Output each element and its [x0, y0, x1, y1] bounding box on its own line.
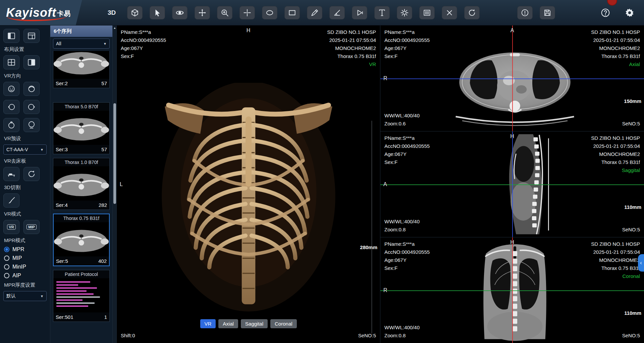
series-scrollbar[interactable]: ▲	[113, 25, 117, 343]
left-control-panel: 布局设置 VR方向	[0, 25, 50, 343]
scroll-up-arrow-icon[interactable]: ▲	[113, 26, 117, 30]
orientation-top-label: A	[511, 27, 514, 34]
pan-icon[interactable]	[195, 6, 210, 19]
vr-orient-right-icon[interactable]	[23, 100, 40, 114]
text-annotate-icon[interactable]	[374, 6, 390, 19]
layout-settings-title: 布局设置	[4, 46, 47, 53]
vr-orient-left-icon[interactable]	[3, 100, 19, 114]
series-item-ser4[interactable]: Thorax 1.0 B70f Ser:4 282	[53, 158, 110, 210]
radio-minip[interactable]: MinIP	[4, 264, 46, 270]
series-item-partial-wrap: Ser:2 57	[53, 51, 110, 99]
crosshair-vertical-red[interactable]	[512, 237, 513, 343]
reset-icon[interactable]	[464, 6, 480, 19]
study-datetime: 2025-01-21 07:55:04	[327, 36, 376, 44]
pointer-icon[interactable]	[150, 6, 165, 19]
crosshair-icon[interactable]	[239, 6, 255, 19]
radio-mip[interactable]: MIP	[4, 255, 46, 261]
clear-icon[interactable]	[442, 6, 457, 19]
series-number: Ser:5	[56, 258, 68, 264]
vr-mode-vr-icon[interactable]: VR	[3, 220, 19, 234]
notification-dot[interactable]	[607, 0, 617, 6]
series-desc: Thorax 0.75 B31f	[591, 158, 640, 166]
cine-play-icon[interactable]	[352, 6, 367, 19]
series-number: Ser:3	[56, 147, 68, 152]
series-item-ser501[interactable]: Patient Protocol	[53, 270, 110, 322]
view-type-label: Coronal	[591, 272, 640, 280]
study-info-overlay: SD ZIBO NO.1 HOSP 2025-01-21 07:55:04 MO…	[591, 134, 640, 174]
crosshair-vertical-blue[interactable]	[512, 131, 513, 237]
layout-preset-1-icon[interactable]	[3, 29, 19, 43]
rect-roi-icon[interactable]	[284, 6, 300, 19]
photometric: MONOCHROME2	[591, 150, 640, 158]
series-item-ser3[interactable]: Thorax 5.0 B70f Ser:3 57	[53, 102, 110, 154]
vr-orient-superior-icon[interactable]	[3, 118, 19, 132]
vr-orient-anterior-icon[interactable]	[3, 82, 19, 96]
radio-aip[interactable]: AIP	[4, 273, 46, 279]
hospital-name: SD ZIBO NO.1 HOSP	[591, 240, 640, 248]
logo-swoosh	[7, 16, 66, 21]
radio-label: MIP	[12, 255, 22, 261]
crosshair-vertical-red[interactable]	[512, 25, 513, 131]
scalpel-icon[interactable]	[3, 193, 19, 208]
series-item-ser5-selected[interactable]: Thorax 0.75 B31f Ser:5 402	[53, 214, 110, 266]
vr-mode-title: VR模式	[4, 211, 47, 217]
orientation-top-label: H	[510, 133, 514, 139]
vr-mode-mip-icon[interactable]: MIP	[23, 220, 40, 234]
vr-orient-posterior-icon[interactable]	[23, 82, 40, 96]
view-button-coronal[interactable]: Coronal	[270, 319, 297, 328]
help-icon[interactable]	[598, 6, 612, 20]
scrollbar-thumb[interactable]	[113, 103, 116, 204]
view-button-vr[interactable]: VR	[200, 319, 216, 328]
series-image-count: 57	[101, 80, 107, 86]
window-level-icon[interactable]	[419, 6, 435, 19]
series-image-count: 1	[104, 314, 107, 320]
save-icon[interactable]	[540, 6, 555, 19]
patient-sex: Sex:F	[384, 52, 430, 60]
vr-orient-inferior-icon[interactable]	[23, 118, 40, 132]
brightness-icon[interactable]	[397, 6, 412, 19]
viewport-axial[interactable]: PName:S***a AccNO:0004920555 Age:067Y Se…	[380, 25, 644, 131]
vr-preset-dropdown[interactable]: CT-AAA-V ▼	[3, 145, 47, 155]
vr-badge-label: VR	[7, 224, 15, 230]
patient-age: Age:067Y	[121, 44, 166, 52]
series-thumbnail	[53, 111, 109, 145]
bed-reset-icon[interactable]	[23, 167, 40, 181]
radio-mpr[interactable]: MPR	[4, 246, 46, 252]
view-button-axial[interactable]: Axial	[218, 319, 238, 328]
viewport-coronal[interactable]: PName:S***a AccNO:0004920555 Age:067Y Se…	[380, 237, 644, 343]
viewport-sagittal[interactable]: PName:S***a AccNO:0004920555 Age:067Y Se…	[380, 131, 644, 237]
vr-direction-title: VR方向	[4, 73, 47, 79]
remove-bed-icon[interactable]	[3, 167, 19, 181]
zoom-in-icon[interactable]	[217, 6, 232, 19]
photometric: MONOCHROME2	[591, 256, 640, 264]
radio-label: AIP	[12, 273, 21, 279]
layout-grid-icon[interactable]	[3, 55, 19, 69]
series-no-label: SeNO:5	[622, 120, 640, 128]
zoom-label: Zoom:0.8	[384, 332, 420, 340]
viewport-vr-main[interactable]: PName:S***a AccNO:0004920555 Age:067Y Se…	[117, 25, 380, 343]
rotate-3d-icon[interactable]	[172, 6, 187, 19]
view-button-saggital[interactable]: Saggital	[241, 319, 268, 328]
study-info-overlay: SD ZIBO NO.1 HOSP 2025-01-21 07:55:04 MO…	[591, 240, 640, 280]
alert-icon[interactable]	[517, 6, 533, 19]
pencil-measure-icon[interactable]	[307, 6, 322, 19]
series-title: Patient Protocol	[53, 270, 109, 278]
ellipse-roi-icon[interactable]	[262, 6, 277, 19]
window-overlay: WW/WL:400/40 Zoom:0.8	[384, 218, 420, 234]
orientation-top-label: H	[510, 239, 514, 245]
wwwl-label: WW/WL:400/40	[384, 324, 420, 332]
series-filter-dropdown[interactable]: All ▼	[53, 39, 110, 49]
series-thumbnail	[53, 51, 109, 79]
panel-collapse-button[interactable]: ‹	[638, 254, 644, 272]
layout-preset-2-icon[interactable]	[23, 29, 40, 43]
layout-split-icon[interactable]	[23, 55, 40, 69]
3d-cube-icon[interactable]	[127, 6, 143, 19]
series-item-ser2[interactable]: Ser:2 57	[53, 51, 110, 88]
study-info-overlay: SD ZIBO NO.1 HOSP 2025-01-21 07:55:04 MO…	[591, 28, 640, 68]
patient-info-overlay: PName:S***a AccNO:0004920555 Age:067Y Se…	[384, 240, 430, 272]
patient-info-overlay: PName:S***a AccNO:0004920555 Age:067Y Se…	[121, 28, 166, 60]
mpr-thickness-dropdown[interactable]: 默认 ▼	[3, 291, 47, 301]
angle-measure-icon[interactable]	[329, 6, 345, 19]
settings-gear-icon[interactable]	[623, 6, 637, 20]
study-datetime: 2025-01-21 07:55:04	[591, 248, 640, 256]
